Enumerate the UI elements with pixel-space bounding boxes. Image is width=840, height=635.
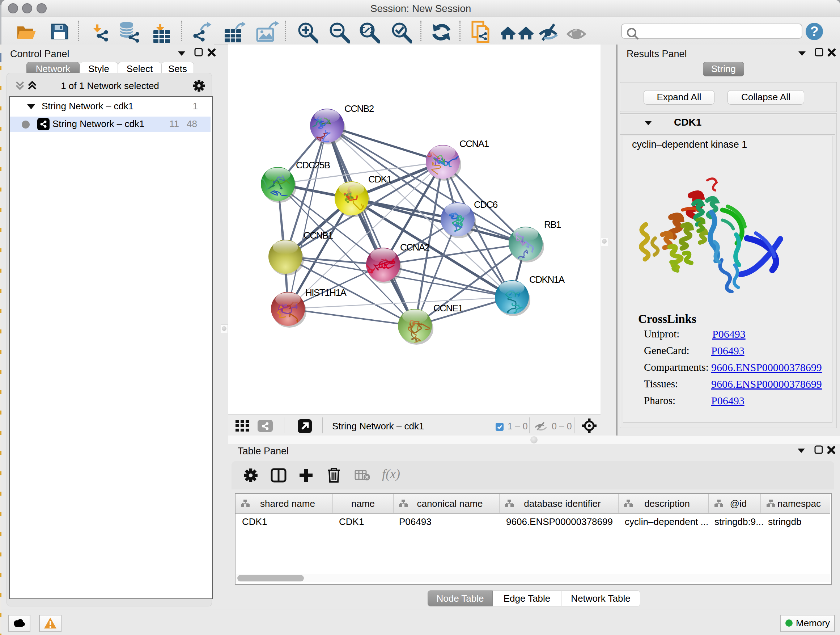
svg-text:?: ?	[810, 24, 818, 39]
svg-text:CCNE1: CCNE1	[433, 302, 463, 314]
svg-text:CCNB1: CCNB1	[303, 230, 333, 241]
svg-text:CDC25B: CDC25B	[296, 160, 330, 171]
svg-text:CDK1: CDK1	[368, 174, 392, 185]
svg-text:CCNA1: CCNA1	[459, 138, 489, 149]
svg-text:RB1: RB1	[544, 219, 561, 230]
svg-text:CCNA2: CCNA2	[400, 242, 430, 253]
svg-text:CDKN1A: CDKN1A	[529, 274, 565, 285]
svg-text:CDC6: CDC6	[474, 199, 498, 210]
svg-text:CCNB2: CCNB2	[344, 103, 374, 114]
svg-text:HIST1H1A: HIST1H1A	[305, 287, 347, 298]
